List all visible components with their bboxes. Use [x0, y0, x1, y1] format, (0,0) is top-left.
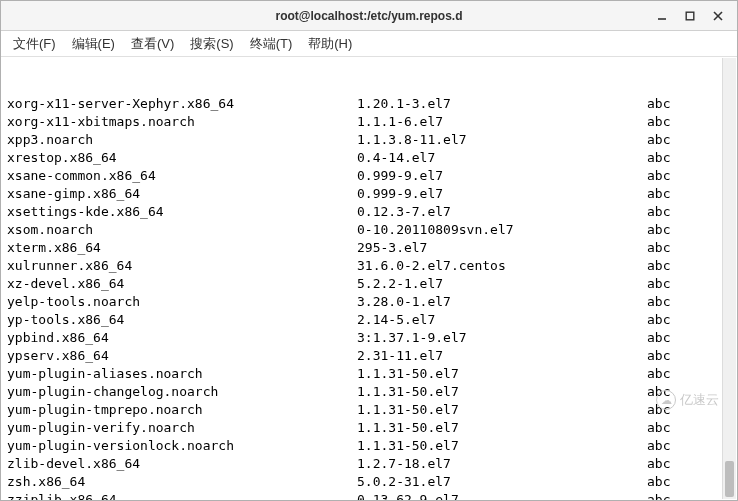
menu-edit[interactable]: 编辑(E) — [66, 33, 121, 55]
package-name: xulrunner.x86_64 — [7, 257, 357, 275]
package-name: xorg-x11-server-Xephyr.x86_64 — [7, 95, 357, 113]
package-name: xsane-common.x86_64 — [7, 167, 357, 185]
package-row: yum-plugin-verify.noarch1.1.31-50.el7abc — [7, 419, 731, 437]
package-name: yum-plugin-changelog.noarch — [7, 383, 357, 401]
package-row: xulrunner.x86_6431.6.0-2.el7.centosabc — [7, 257, 731, 275]
scrollbar-thumb[interactable] — [725, 461, 734, 497]
package-version: 0.12.3-7.el7 — [357, 203, 647, 221]
package-repo: abc — [647, 185, 707, 203]
package-repo: abc — [647, 221, 707, 239]
package-version: 0-10.20110809svn.el7 — [357, 221, 647, 239]
package-repo: abc — [647, 131, 707, 149]
package-name: yum-plugin-versionlock.noarch — [7, 437, 357, 455]
package-repo: abc — [647, 347, 707, 365]
package-repo: abc — [647, 365, 707, 383]
package-name: yelp-tools.noarch — [7, 293, 357, 311]
package-repo: abc — [647, 203, 707, 221]
package-row: zziplib.x86_640.13.62-9.el7abc — [7, 491, 731, 500]
package-repo: abc — [647, 293, 707, 311]
menu-file[interactable]: 文件(F) — [7, 33, 62, 55]
package-repo: abc — [647, 329, 707, 347]
package-name: zsh.x86_64 — [7, 473, 357, 491]
package-version: 5.2.2-1.el7 — [357, 275, 647, 293]
package-row: xpp3.noarch1.1.3.8-11.el7abc — [7, 131, 731, 149]
window-titlebar: root@localhost:/etc/yum.repos.d — [1, 1, 737, 31]
package-name: xsane-gimp.x86_64 — [7, 185, 357, 203]
package-version: 1.1.31-50.el7 — [357, 419, 647, 437]
minimize-button[interactable] — [655, 9, 669, 23]
package-name: xrestop.x86_64 — [7, 149, 357, 167]
close-button[interactable] — [711, 9, 725, 23]
package-version: 1.2.7-18.el7 — [357, 455, 647, 473]
package-version: 1.1.31-50.el7 — [357, 383, 647, 401]
package-row: yum-plugin-aliases.noarch1.1.31-50.el7ab… — [7, 365, 731, 383]
package-name: yum-plugin-tmprepo.noarch — [7, 401, 357, 419]
package-version: 31.6.0-2.el7.centos — [357, 257, 647, 275]
window-title: root@localhost:/etc/yum.repos.d — [1, 9, 737, 23]
package-version: 5.0.2-31.el7 — [357, 473, 647, 491]
package-repo: abc — [647, 401, 707, 419]
package-repo: abc — [647, 383, 707, 401]
package-repo: abc — [647, 437, 707, 455]
menu-help[interactable]: 帮助(H) — [302, 33, 358, 55]
package-version: 1.1.3.8-11.el7 — [357, 131, 647, 149]
package-version: 1.20.1-3.el7 — [357, 95, 647, 113]
package-name: xorg-x11-xbitmaps.noarch — [7, 113, 357, 131]
package-version: 2.31-11.el7 — [357, 347, 647, 365]
terminal-output[interactable]: xorg-x11-server-Xephyr.x86_641.20.1-3.el… — [1, 57, 737, 500]
package-row: yp-tools.x86_642.14-5.el7abc — [7, 311, 731, 329]
package-repo: abc — [647, 149, 707, 167]
window-controls — [655, 9, 733, 23]
package-row: xsane-common.x86_640.999-9.el7abc — [7, 167, 731, 185]
package-version: 0.4-14.el7 — [357, 149, 647, 167]
package-row: zlib-devel.x86_641.2.7-18.el7abc — [7, 455, 731, 473]
package-name: xz-devel.x86_64 — [7, 275, 357, 293]
package-repo: abc — [647, 275, 707, 293]
package-name: ypbind.x86_64 — [7, 329, 357, 347]
package-version: 1.1.31-50.el7 — [357, 365, 647, 383]
maximize-button[interactable] — [683, 9, 697, 23]
package-version: 0.13.62-9.el7 — [357, 491, 647, 500]
package-row: xsane-gimp.x86_640.999-9.el7abc — [7, 185, 731, 203]
package-row: yelp-tools.noarch3.28.0-1.el7abc — [7, 293, 731, 311]
package-repo: abc — [647, 239, 707, 257]
package-version: 1.1.1-6.el7 — [357, 113, 647, 131]
package-row: xrestop.x86_640.4-14.el7abc — [7, 149, 731, 167]
menubar: 文件(F) 编辑(E) 查看(V) 搜索(S) 终端(T) 帮助(H) — [1, 31, 737, 57]
package-name: xpp3.noarch — [7, 131, 357, 149]
package-repo: abc — [647, 95, 707, 113]
package-repo: abc — [647, 419, 707, 437]
package-row: ypserv.x86_642.31-11.el7abc — [7, 347, 731, 365]
package-version: 0.999-9.el7 — [357, 185, 647, 203]
package-row: yum-plugin-tmprepo.noarch1.1.31-50.el7ab… — [7, 401, 731, 419]
package-name: yum-plugin-aliases.noarch — [7, 365, 357, 383]
package-repo: abc — [647, 113, 707, 131]
menu-search[interactable]: 搜索(S) — [184, 33, 239, 55]
package-version: 3:1.37.1-9.el7 — [357, 329, 647, 347]
package-row: zsh.x86_645.0.2-31.el7abc — [7, 473, 731, 491]
package-row: xorg-x11-xbitmaps.noarch1.1.1-6.el7abc — [7, 113, 731, 131]
menu-view[interactable]: 查看(V) — [125, 33, 180, 55]
package-version: 295-3.el7 — [357, 239, 647, 257]
package-repo: abc — [647, 491, 707, 500]
package-name: zlib-devel.x86_64 — [7, 455, 357, 473]
package-row: yum-plugin-versionlock.noarch1.1.31-50.e… — [7, 437, 731, 455]
package-repo: abc — [647, 473, 707, 491]
package-version: 3.28.0-1.el7 — [357, 293, 647, 311]
menu-terminal[interactable]: 终端(T) — [244, 33, 299, 55]
package-row: yum-plugin-changelog.noarch1.1.31-50.el7… — [7, 383, 731, 401]
vertical-scrollbar[interactable] — [722, 58, 736, 499]
package-name: zziplib.x86_64 — [7, 491, 357, 500]
package-row: xsettings-kde.x86_640.12.3-7.el7abc — [7, 203, 731, 221]
package-repo: abc — [647, 257, 707, 275]
package-row: xorg-x11-server-Xephyr.x86_641.20.1-3.el… — [7, 95, 731, 113]
package-row: xz-devel.x86_645.2.2-1.el7abc — [7, 275, 731, 293]
package-name: yp-tools.x86_64 — [7, 311, 357, 329]
package-repo: abc — [647, 455, 707, 473]
package-version: 0.999-9.el7 — [357, 167, 647, 185]
package-row: xterm.x86_64295-3.el7abc — [7, 239, 731, 257]
svg-rect-1 — [686, 12, 694, 20]
package-version: 1.1.31-50.el7 — [357, 437, 647, 455]
package-name: ypserv.x86_64 — [7, 347, 357, 365]
package-name: yum-plugin-verify.noarch — [7, 419, 357, 437]
